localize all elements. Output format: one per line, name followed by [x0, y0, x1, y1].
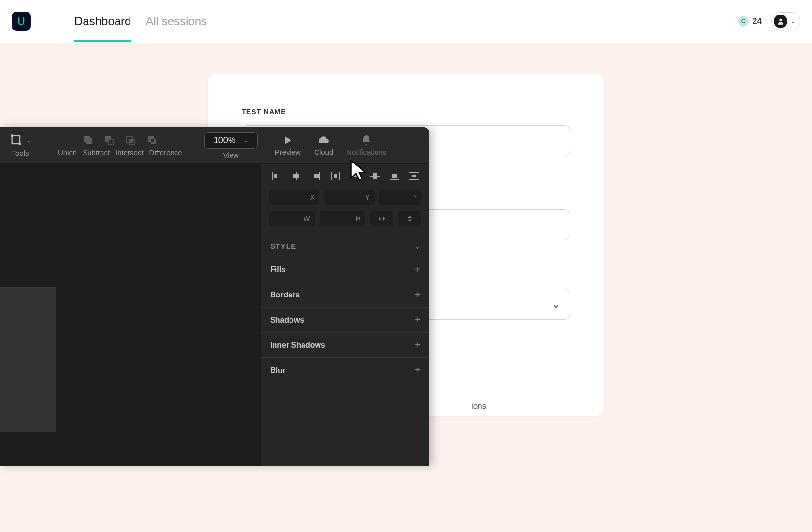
- rotation-field[interactable]: °: [379, 190, 421, 205]
- style-label: STYLE: [270, 242, 296, 250]
- user-menu[interactable]: ⌄: [771, 12, 800, 30]
- svg-rect-28: [409, 179, 419, 180]
- svg-rect-20: [334, 174, 337, 178]
- design-tool-window: ⌄ Tools Union Subtract Intersect Differe…: [0, 127, 429, 466]
- size-row: W H: [261, 209, 429, 231]
- x-field[interactable]: X: [269, 190, 319, 205]
- svg-rect-16: [319, 172, 320, 180]
- play-icon: [282, 134, 293, 146]
- tools-group: ⌄ Tools: [5, 133, 36, 157]
- style-section-header[interactable]: STYLE ⌄: [261, 235, 429, 257]
- blur-label: Blur: [270, 366, 286, 375]
- user-icon: [777, 17, 784, 25]
- plus-icon[interactable]: +: [415, 289, 420, 300]
- chevron-down-icon: ⌄: [552, 298, 560, 310]
- cloud-label: Cloud: [314, 148, 333, 156]
- svg-rect-27: [409, 172, 419, 173]
- align-left-icon[interactable]: [269, 171, 284, 181]
- blur-row[interactable]: Blur +: [261, 357, 429, 383]
- plus-icon[interactable]: +: [415, 264, 420, 275]
- borders-row[interactable]: Borders +: [261, 282, 429, 307]
- plus-icon[interactable]: +: [415, 314, 420, 325]
- align-right-icon[interactable]: [308, 171, 323, 181]
- svg-rect-3: [19, 143, 21, 145]
- fills-row[interactable]: Fills +: [261, 257, 429, 282]
- right-tools: Preview Cloud Notifications: [275, 134, 386, 156]
- design-toolbar: ⌄ Tools Union Subtract Intersect Differe…: [0, 127, 429, 164]
- logo-icon: [16, 16, 26, 26]
- notifications-button[interactable]: Notifications: [347, 134, 386, 156]
- svg-rect-17: [314, 174, 319, 178]
- y-field[interactable]: Y: [324, 190, 375, 205]
- distribute-v-icon[interactable]: [407, 171, 421, 181]
- bell-icon: [361, 134, 372, 146]
- nav-tabs: Dashboard All sessions: [74, 0, 207, 42]
- svg-rect-5: [108, 139, 113, 144]
- nav-tab-sessions[interactable]: All sessions: [145, 0, 207, 42]
- subtract-icon[interactable]: [103, 134, 116, 147]
- borders-label: Borders: [270, 291, 300, 299]
- shadows-label: Shadows: [270, 316, 304, 325]
- chevron-down-icon[interactable]: ⌄: [26, 137, 31, 144]
- difference-label: Difference: [149, 148, 182, 157]
- align-hcenter-icon[interactable]: [289, 171, 304, 181]
- shadows-row[interactable]: Shadows +: [261, 307, 429, 332]
- svg-rect-18: [331, 172, 332, 180]
- test-name-label: TEST NAME: [242, 108, 570, 116]
- subtract-label: Subtract: [83, 148, 110, 157]
- intersect-icon[interactable]: [124, 134, 137, 147]
- nav-tab-dashboard[interactable]: Dashboard: [74, 0, 131, 42]
- chevron-down-icon: ⌄: [415, 242, 420, 250]
- svg-rect-26: [392, 174, 397, 178]
- union-label: Union: [58, 148, 77, 157]
- cloud-button[interactable]: Cloud: [314, 134, 333, 156]
- align-top-icon[interactable]: [348, 171, 362, 181]
- credit-count: 24: [753, 16, 762, 26]
- preview-button[interactable]: Preview: [275, 134, 301, 156]
- plus-icon[interactable]: +: [415, 340, 420, 351]
- app-logo[interactable]: [12, 12, 31, 31]
- preview-label: Preview: [275, 148, 301, 156]
- tools-icon[interactable]: [10, 133, 23, 147]
- chevron-down-icon: ⌄: [790, 18, 795, 25]
- align-row: [261, 164, 429, 188]
- difference-icon[interactable]: [145, 134, 158, 147]
- canvas-thumbnail: [0, 287, 56, 432]
- w-field[interactable]: W: [269, 211, 315, 226]
- plus-icon[interactable]: +: [415, 365, 420, 376]
- boolean-ops-group: Union Subtract Intersect Difference: [53, 134, 187, 157]
- inner-shadows-label: Inner Shadows: [270, 341, 325, 350]
- flip-h-button[interactable]: [370, 211, 393, 226]
- svg-rect-19: [339, 172, 340, 180]
- svg-rect-11: [151, 139, 154, 142]
- svg-rect-13: [274, 174, 277, 178]
- svg-rect-21: [350, 172, 360, 173]
- svg-rect-8: [130, 139, 132, 142]
- svg-rect-1: [12, 136, 20, 144]
- chevron-down-icon: ⌄: [244, 137, 248, 144]
- svg-rect-24: [373, 173, 377, 179]
- zoom-value: 100%: [214, 135, 236, 146]
- svg-rect-25: [390, 179, 399, 180]
- app-header: Dashboard All sessions C 24 ⌄: [0, 0, 812, 43]
- sessions-text-fragment: ions: [471, 401, 486, 411]
- h-field[interactable]: H: [320, 211, 366, 226]
- distribute-h-icon[interactable]: [328, 171, 343, 181]
- align-bottom-icon[interactable]: [387, 171, 402, 181]
- union-icon[interactable]: [82, 134, 94, 147]
- inspector-panel: X Y ° W H STYLE ⌄ Fills + Borders + Shad…: [261, 164, 429, 466]
- flip-v-button[interactable]: [398, 211, 421, 226]
- svg-rect-29: [412, 175, 416, 177]
- avatar: [774, 15, 787, 28]
- zoom-select[interactable]: 100% ⌄: [204, 132, 258, 149]
- tools-label: Tools: [12, 149, 29, 157]
- credit-icon: C: [738, 16, 749, 27]
- cloud-icon: [318, 134, 330, 146]
- align-vcenter-icon[interactable]: [368, 171, 382, 181]
- inner-shadows-row[interactable]: Inner Shadows +: [261, 332, 429, 357]
- svg-rect-15: [293, 174, 299, 178]
- credit-badge[interactable]: C 24: [738, 16, 762, 27]
- fills-label: Fills: [270, 266, 286, 274]
- svg-rect-12: [272, 172, 273, 180]
- svg-point-0: [779, 18, 782, 21]
